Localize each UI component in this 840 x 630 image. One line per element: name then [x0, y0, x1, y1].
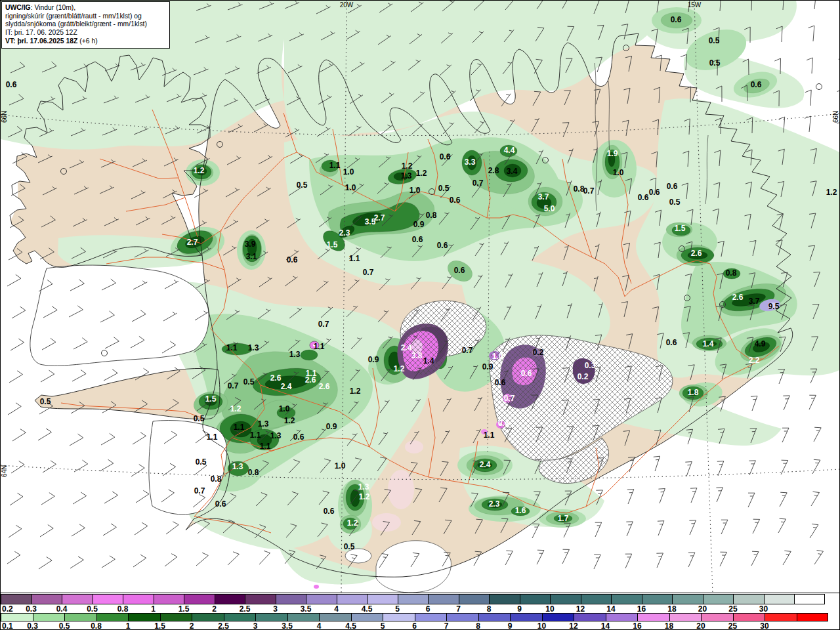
legend-color-cell [128, 613, 160, 621]
precip-value-label: 0.5 [297, 180, 308, 190]
title-line: rigning/skúrir (grænt/blátt/rautt - mm/1… [5, 12, 166, 21]
precip-value-label: 1.2 [826, 188, 837, 197]
precip-value-label: 0.7 [228, 381, 239, 390]
precip-value-label: 1.1 [207, 432, 218, 442]
legend-color-cell [245, 594, 276, 604]
precip-value-label: 0.5 [709, 58, 721, 68]
legend-color-cell [123, 594, 154, 604]
legend-tick-label: 1.5 [178, 604, 190, 614]
precip-value-label: 0.5 [344, 542, 355, 551]
precip-value-label: 1.2 [402, 161, 413, 171]
precip-value-label: 2.7 [187, 238, 198, 247]
longitude-label: 15W [688, 1, 702, 9]
precip-value-label: 1.6 [515, 506, 526, 515]
legend-tick-label: 6 [412, 621, 417, 630]
precip-value-label: 0.7 [194, 486, 205, 495]
legend-color-cell [764, 594, 795, 604]
precip-value-label: 0.6 [215, 499, 226, 509]
precip-value-label: 1.3 [401, 171, 412, 180]
precip-value-label: 2.6 [270, 373, 282, 383]
precip-value-label: 1.4 [703, 339, 714, 348]
legend-tick-label: 0.2 [2, 604, 13, 614]
legend-color-cell [428, 594, 459, 604]
legend-tick-label: 10 [537, 621, 546, 630]
legend-tick-label: 1.5 [154, 621, 165, 630]
precip-value-label: 0.3 [585, 361, 596, 370]
legend-color-cell [701, 613, 733, 621]
legend-color-cell [287, 613, 320, 621]
precip-value-label: 1.1 [260, 442, 271, 451]
legend-color-cell [415, 613, 447, 621]
precip-value-label: 1.8 [688, 388, 699, 397]
precip-value-label: 0.2 [533, 348, 544, 357]
legend-tick-label: 9 [517, 604, 522, 614]
precip-value-label: 1.1 [314, 342, 325, 351]
precip-value-label: 2.4 [480, 460, 491, 469]
precip-value-label: 1.4 [423, 356, 434, 366]
precip-value-label: 0.6 [751, 80, 762, 89]
legend-tick-label: 30 [760, 621, 768, 630]
legend-color-cell [33, 613, 65, 621]
precip-value-label: 1.3 [258, 419, 269, 429]
legend-tick-label: 3.5 [301, 604, 312, 614]
legend-tick-label: 12 [576, 604, 585, 614]
legend-tick-label: 6 [426, 604, 430, 614]
precip-value-label: 0.7 [472, 178, 484, 188]
precip-value-label: 3.7 [749, 297, 760, 306]
precip-value-label: 2.6 [319, 382, 330, 391]
precip-value-label: 1.2 [347, 518, 358, 528]
precip-value-label: 2.6 [732, 293, 744, 302]
legend-color-cell [703, 594, 734, 604]
legend-tick-label: 1 [151, 604, 156, 614]
precip-value-label: 1.3 [289, 350, 301, 359]
legend-tick-label: 20 [696, 621, 705, 630]
precip-value-label: 0.6 [293, 432, 304, 442]
legend-tick-label: 1 [126, 621, 131, 630]
legend-tick-label: 8 [487, 604, 492, 614]
legend-tick-label: 10 [545, 604, 554, 614]
precip-value-label: 0.5 [40, 397, 51, 406]
weather-map-app: 0.61.22.73.93.10.60.51.11.01.01.21.31.21… [0, 0, 840, 630]
precip-value-label: 0.6 [287, 255, 298, 264]
precip-value-label: 2.2 [749, 356, 760, 365]
precip-value-label: 1.2 [350, 387, 361, 396]
precip-value-label: 4.9 [755, 339, 766, 348]
precip-value-label: 2.3 [489, 499, 500, 509]
legend-color-cell [446, 613, 478, 621]
precip-value-label: 0.2 [578, 372, 589, 381]
legend-tick-label: 4.5 [362, 604, 373, 614]
legend-tick-label: 9 [508, 621, 513, 630]
precip-value-label: 3.9 [245, 240, 256, 249]
precip-value-label: 0.4 [498, 419, 509, 428]
legend-sleet-labels: 0.20.30.40.50.811.522.533.544.5567891012… [1, 604, 840, 613]
title-line: IT: þri. 17. 06. 2025 12Z [5, 29, 166, 37]
latitude-label: 66N [832, 111, 839, 123]
precip-value-label: 3.7 [538, 192, 549, 201]
legend-tick-label: 2 [190, 621, 194, 630]
legend-color-cell [184, 594, 215, 604]
precip-value-label: 0.6 [437, 241, 448, 250]
precip-value-label: 2.4 [281, 382, 292, 391]
precip-value-label: 0.5 [194, 414, 205, 423]
legend-color-cell [672, 594, 703, 604]
legend-tick-label: 4.5 [345, 621, 356, 630]
legend-tick-label: 0.3 [27, 621, 38, 630]
legend-rain-labels: 0.10.30.50.811.522.533.544.5567891012141… [1, 621, 840, 630]
longitude-label: 20W [340, 1, 354, 9]
precip-value-label: 0.7 [583, 186, 595, 196]
latitude-label: 64N [1, 465, 8, 477]
title-line: UWC/IG: Vindur (10m), [5, 4, 166, 12]
precip-value-label: 1.2 [394, 364, 405, 373]
legend-tick-label: 3.5 [282, 621, 293, 630]
legend-tick-label: 14 [606, 604, 615, 614]
legend-color-cell [489, 594, 520, 604]
legend-tick-label: 0.1 [2, 621, 13, 630]
legend-tick-label: 2.5 [218, 621, 229, 630]
legend-tick-label: 2.5 [240, 604, 251, 614]
legend-rain-colorbar [1, 613, 840, 621]
legend-color-cell [337, 594, 368, 604]
precip-value-label: 1.0 [492, 352, 503, 361]
precip-value-label: 1.5 [675, 224, 686, 233]
legend-tick-label: 14 [601, 621, 610, 630]
title-line: slydda/snjókoma (grátt/bleikt/grænt - mm… [5, 20, 166, 29]
